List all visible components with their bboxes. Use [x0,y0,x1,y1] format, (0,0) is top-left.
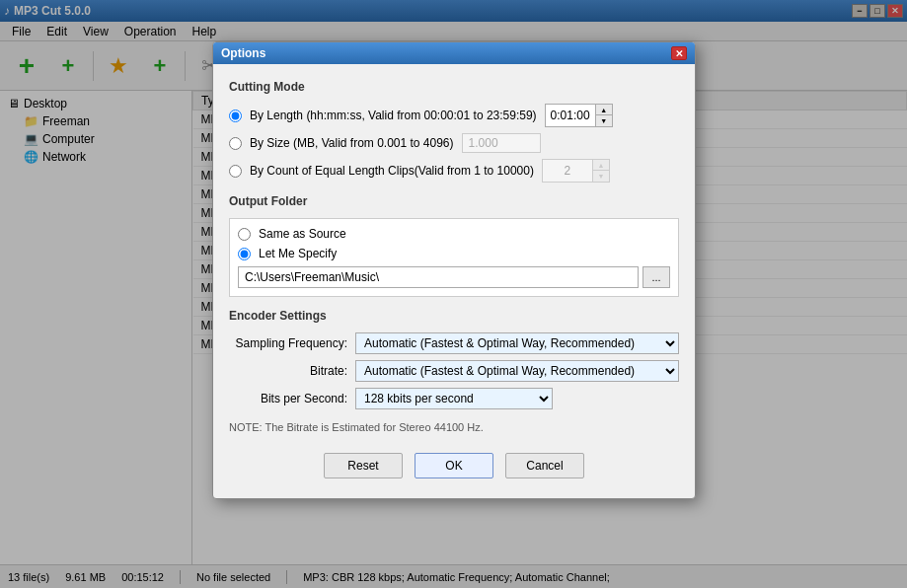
radio-row-same-source: Same as Source [238,227,670,241]
ok-button[interactable]: OK [415,453,493,478]
radio-by-length-label: By Length (hh:mm:ss, Valid from 00:00:01… [250,109,537,122]
reset-button[interactable]: Reset [324,453,403,478]
length-spinbox[interactable]: 0:01:00 ▲ ▼ [545,104,613,127]
modal-overlay: Options ✕ Cutting Mode By Length (hh:mm:… [0,0,907,588]
size-input: 1.000 [462,133,541,153]
dialog-buttons: Reset OK Cancel [229,445,679,482]
dialog-body: Cutting Mode By Length (hh:mm:ss, Valid … [213,64,695,498]
radio-by-size[interactable] [229,137,242,150]
radio-by-count-label: By Count of Equal Length Clips(Valid fro… [250,164,534,178]
radio-custom-label: Let Me Specify [259,247,337,260]
count-down-arrow: ▼ [593,171,609,182]
count-spinbox-arrows: ▲ ▼ [592,160,609,182]
length-up-arrow[interactable]: ▲ [596,105,612,115]
count-input: 2 [543,160,592,182]
sampling-select[interactable]: Automatic (Fastest & Optimal Way, Recomm… [355,332,679,354]
path-input[interactable]: C:\Users\Freeman\Music\ [238,266,639,288]
output-folder-section: Output Folder Same as Source Let Me Spec… [229,194,679,297]
bitrate-row: Bitrate: Automatic (Fastest & Optimal Wa… [229,360,679,382]
bps-row: Bits per Second: 128 kbits per second [229,388,679,409]
bps-select[interactable]: 128 kbits per second [355,388,553,409]
radio-row-size: By Size (MB, Valid from 0.001 to 4096) 1… [229,133,679,153]
cutting-mode-group: By Length (hh:mm:ss, Valid from 00:00:01… [229,104,679,183]
bps-label: Bits per Second: [229,392,347,405]
radio-same-source[interactable] [238,228,251,241]
cancel-button[interactable]: Cancel [505,453,584,478]
sampling-row: Sampling Frequency: Automatic (Fastest &… [229,332,679,354]
radio-row-count: By Count of Equal Length Clips(Valid fro… [229,159,679,183]
encoder-title: Encoder Settings [229,309,679,323]
dialog-title: Options [221,46,265,60]
dialog-titlebar: Options ✕ [213,42,695,64]
bitrate-label: Bitrate: [229,364,347,378]
length-spinbox-arrows: ▲ ▼ [595,105,612,126]
radio-by-length[interactable] [229,110,242,122]
length-down-arrow[interactable]: ▼ [596,115,612,126]
radio-row-custom: Let Me Specify [238,247,670,260]
output-folder-box: Same as Source Let Me Specify C:\Users\F… [229,218,679,297]
radio-by-count[interactable] [229,165,242,178]
radio-by-size-label: By Size (MB, Valid from 0.001 to 4096) [250,136,454,150]
count-spinbox[interactable]: 2 ▲ ▼ [542,159,610,183]
cutting-mode-title: Cutting Mode [229,80,679,94]
bitrate-note: NOTE: The Bitrate is Estimated for Stere… [229,421,679,433]
radio-row-length: By Length (hh:mm:ss, Valid from 00:00:01… [229,104,679,127]
browse-button[interactable]: ... [642,266,670,288]
options-dialog: Options ✕ Cutting Mode By Length (hh:mm:… [212,41,696,499]
radio-custom[interactable] [238,248,251,260]
radio-same-source-label: Same as Source [259,227,346,241]
path-row: C:\Users\Freeman\Music\ ... [238,266,670,288]
count-up-arrow: ▲ [593,160,609,171]
length-input[interactable]: 0:01:00 [546,105,595,126]
sampling-label: Sampling Frequency: [229,336,347,350]
bitrate-select[interactable]: Automatic (Fastest & Optimal Way, Recomm… [355,360,679,382]
encoder-section: Encoder Settings Sampling Frequency: Aut… [229,309,679,409]
output-folder-title: Output Folder [229,194,679,208]
dialog-close-button[interactable]: ✕ [671,46,687,60]
